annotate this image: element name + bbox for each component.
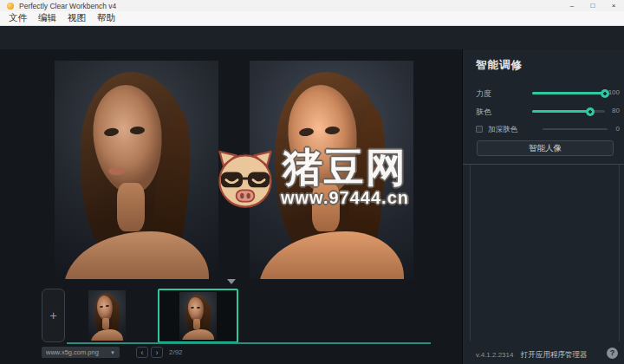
slider-thumb[interactable] (586, 107, 595, 116)
slider-fill (532, 110, 590, 113)
thumbnail-2-image (179, 292, 217, 340)
slider-fill (532, 92, 605, 94)
menu-view[interactable]: 视图 (68, 12, 86, 24)
filename-label: www.x5g.com.png (46, 348, 99, 356)
portrait-art (182, 329, 215, 340)
portrait-art (64, 231, 208, 279)
menu-help[interactable]: 帮助 (97, 12, 115, 24)
strength-label: 力度 (476, 88, 491, 100)
menu-file[interactable]: 文件 (9, 12, 27, 24)
filmstrip-scrollbar[interactable] (67, 342, 431, 344)
pig-logo-icon (213, 147, 277, 210)
window-title: Perfectly Clear Workbench v4 (19, 2, 116, 10)
minimize-button[interactable]: – (562, 0, 582, 11)
thumbnail-2-selected[interactable] (158, 289, 238, 343)
adjustment-panel: 智能调修 力度 100 肤色 80 加深肤色 0 (462, 49, 624, 364)
next-image-button[interactable]: › (151, 347, 163, 358)
portrait-art (117, 183, 145, 231)
image-counter: 2/92 (169, 348, 183, 356)
maximize-button[interactable]: □ (582, 0, 603, 11)
toolbar: − + 29% 精简模式 大师模式 ↺ ↻ (0, 26, 624, 49)
strength-slider[interactable] (532, 92, 605, 94)
smart-portrait-button[interactable]: 智能人像 (477, 140, 614, 156)
slider-row-strength: 力度 100 (463, 88, 624, 100)
watermark-url: www.97444.cn (281, 188, 409, 208)
skintone-slider[interactable] (532, 110, 605, 113)
portrait-art (193, 319, 199, 329)
prev-image-button[interactable]: ‹ (136, 347, 148, 358)
help-icon[interactable]: ? (607, 348, 618, 359)
darken-skin-slider[interactable] (543, 128, 608, 130)
menubar: 文件 编辑 视图 帮助 (0, 11, 624, 26)
darken-skin-value: 0 (599, 125, 620, 133)
app-icon (7, 3, 14, 10)
skintone-value: 80 (599, 107, 620, 114)
portrait-art (91, 329, 124, 341)
open-app-manager-link[interactable]: 打开应用程序管理器 (521, 350, 588, 361)
photo-before (55, 61, 218, 279)
selected-thumb-marker-icon (227, 279, 236, 284)
image-canvas: 猪豆网 www.97444.cn + www.x5g.com.png ▼ ‹ ›… (0, 49, 462, 364)
watermark-site-name: 猪豆网 (283, 149, 407, 187)
watermark: 猪豆网 www.97444.cn (213, 147, 409, 210)
slider-row-darken-skin: 加深肤色 0 (463, 124, 624, 136)
filename-dropdown[interactable]: www.x5g.com.png ▼ (42, 347, 120, 358)
darken-skin-checkbox[interactable] (476, 126, 483, 133)
titlebar: Perfectly Clear Workbench v4 – □ × (0, 0, 624, 11)
chevron-down-icon: ▼ (110, 350, 115, 355)
app-window: Perfectly Clear Workbench v4 – □ × 文件 编辑… (0, 0, 624, 364)
version-label: v.4.1.2.2314 (476, 351, 513, 359)
menu-edit[interactable]: 编辑 (38, 12, 56, 24)
skintone-label: 肤色 (476, 107, 491, 118)
darken-skin-label: 加深肤色 (488, 125, 517, 135)
portrait-art (197, 306, 200, 308)
window-controls: – □ × (562, 0, 624, 11)
add-image-button[interactable]: + (42, 289, 65, 342)
panel-empty-area (470, 165, 620, 341)
portrait-art (102, 318, 108, 329)
portrait-art (259, 231, 403, 279)
thumbnail-1[interactable] (88, 290, 126, 341)
panel-title: 智能调修 (476, 58, 523, 73)
close-button[interactable]: × (603, 0, 624, 11)
strength-value: 100 (599, 88, 620, 96)
slider-row-skintone: 肤色 80 (463, 106, 624, 118)
